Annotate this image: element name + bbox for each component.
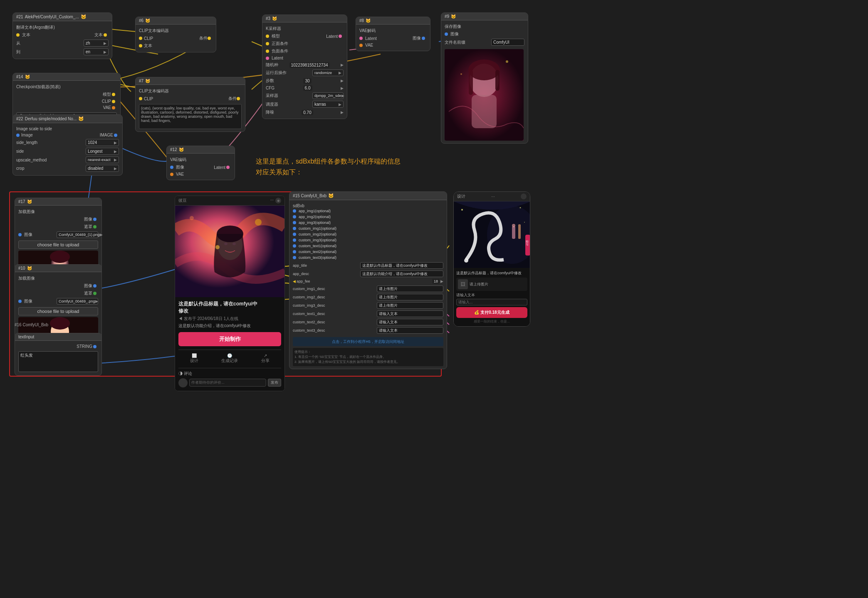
sampler-dropdown[interactable]: dpmpp_2m_sde ▶: [312, 92, 344, 99]
node-14-header: #14 🐱: [13, 73, 120, 81]
svg-rect-5: [495, 70, 500, 91]
svg-point-7: [460, 73, 462, 75]
image-10-dropdown[interactable]: ComfyUI_00469_.png ▶: [57, 298, 98, 305]
h5-link-btn[interactable]: 点击，工作到小程序H5，开启取访问同地址: [293, 337, 443, 346]
svg-point-22: [255, 219, 262, 226]
node-17-header: #17 🐱: [15, 198, 101, 206]
mobile-note: 感受一段的结束，但是...: [456, 319, 527, 324]
svg-point-6: [506, 60, 508, 63]
upload-btn-10[interactable]: choose file to upload: [18, 307, 98, 315]
custom-text1-desc-input[interactable]: [377, 310, 443, 317]
comment-avatar: [178, 378, 188, 387]
svg-rect-31: [518, 224, 521, 239]
app-title-input[interactable]: [360, 262, 443, 269]
node-6: #6 🐱 CLIP文本编码器 CLIP 条件 文本: [135, 17, 216, 52]
custom-img3-desc-input[interactable]: [377, 302, 443, 309]
after-gen-dropdown[interactable]: randomize ▶: [312, 69, 344, 76]
node-21-header: #21 AlekPet/ComfyUI_Custom_... 🐱: [13, 13, 112, 21]
node-7: #7 🐱 CLIP文本编码器 CLIP 条件 (cats), (worst qu…: [135, 77, 245, 132]
textinput-header: textInput: [15, 333, 101, 341]
node-15: #15 ComfyUI_Bxb 🐱 sdBxb app_img1(optiona…: [289, 191, 447, 369]
svg-point-29: [524, 222, 525, 223]
svg-point-32: [512, 224, 515, 227]
start-btn[interactable]: 开始制作: [178, 332, 281, 346]
svg-point-14: [50, 317, 70, 330]
mobile-text-input[interactable]: [456, 299, 527, 305]
svg-point-27: [461, 209, 463, 211]
node-21-text-field: 文本 文本: [16, 31, 109, 39]
node-22: #22 Derfuu simple/modded No... 🐱 Image s…: [12, 114, 123, 176]
node-22-header: #22 Derfuu simple/modded No... 🐱: [13, 115, 122, 123]
port-text-out: [104, 33, 107, 37]
node-21-id: #21: [16, 15, 23, 19]
node-12-header: #12 🐱: [167, 146, 235, 154]
node-14-id: #14: [16, 74, 23, 79]
save-image-preview: [445, 49, 524, 141]
node-21-body: 翻译文本(Argos翻译) 文本 文本 从 zh ▶ 到 en ▶: [13, 21, 112, 59]
port-vae-out: [112, 106, 115, 109]
custom-img2-desc-input[interactable]: [377, 294, 443, 300]
pay-btn[interactable]: 💰 支付0.18元生成: [456, 307, 527, 318]
svg-point-20: [232, 243, 236, 245]
node-3: #3 🐱 K采样器 模型 Latent 正面条件 负面条件: [262, 15, 347, 119]
comment-section: ◑ 评论 作者期待你的评价... 发布: [178, 368, 281, 387]
textinput-textarea[interactable]: 红头发: [18, 351, 98, 372]
node-9: #9 🐱 保存图像 图像 文件名前缀: [441, 12, 528, 144]
svg-point-28: [520, 207, 521, 208]
reply-btn[interactable]: 发布: [268, 379, 281, 387]
svg-rect-30: [512, 226, 515, 239]
svg-point-19: [224, 243, 228, 245]
node-15-header: #15 ComfyUI_Bxb 🐱: [289, 192, 447, 200]
svg-rect-4: [469, 70, 473, 95]
tab-share[interactable]: ↗ 分享: [261, 353, 270, 364]
crop-dropdown[interactable]: disabled ▶: [86, 165, 119, 172]
negative-prompt-text[interactable]: (cats), (worst quality, low quality, cai…: [139, 104, 242, 129]
svg-point-23: [190, 216, 194, 220]
side-dropdown[interactable]: Longest ▶: [86, 148, 119, 155]
node-15-notes: 使用提示： 1. 有且仅一个的 'SD宝宝宝宝' 节点，就好在一个流水作品身。 …: [293, 348, 443, 366]
comment-input[interactable]: 作者期待你的评价...: [189, 379, 266, 387]
node-3-header: #3 🐱: [262, 15, 347, 22]
filename-prefix-input[interactable]: [491, 39, 524, 46]
mobile-tab-design: 设计: [457, 194, 465, 199]
upload-btn-17[interactable]: choose file to upload: [18, 241, 98, 249]
portrait-svg: [445, 49, 524, 141]
svg-point-26: [464, 258, 468, 263]
custom-text3-desc-input[interactable]: [377, 327, 443, 334]
app-card-desc: 这是默认功能介绍，请在comfyui中修改: [178, 323, 281, 329]
mobile-upload-img[interactable]: 🖼 请上传图片: [456, 278, 527, 291]
side-length-dropdown[interactable]: 1024 ▶: [86, 139, 119, 146]
node-12: #12 🐱 VAE编码 图像 Latent VAE: [166, 146, 235, 180]
upscale-dropdown[interactable]: nearest-exact ▶: [86, 156, 119, 163]
scheduler-dropdown[interactable]: karras ▶: [312, 101, 344, 108]
port-clip-out: [112, 100, 115, 103]
image-17-dropdown[interactable]: ComfyUI_00469_(1).png ▶: [57, 231, 98, 238]
port-model-out: [112, 93, 115, 96]
node-16-label: #16 ComfyUI_Bxb: [15, 323, 48, 327]
node-22-body: Image scale to side Image IMAGE side_len…: [13, 123, 122, 175]
app-card-title: 这是默认作品标题，请在comfyui中修改: [178, 300, 281, 315]
svg-text:设计: 设计: [526, 240, 529, 246]
port-image-out: [114, 134, 117, 137]
app-preview-card: 彼豆 ··· ⊕: [175, 196, 285, 391]
app-desc-input[interactable]: [360, 270, 443, 277]
tab-design[interactable]: ⬜ 设计: [190, 353, 198, 364]
app-art-image: [175, 206, 284, 297]
to-dropdown[interactable]: en ▶: [84, 48, 109, 55]
node-8-header: #8 🐱: [356, 17, 430, 25]
tab-history[interactable]: 🕐 生成记录: [221, 353, 238, 364]
custom-text2-desc-input[interactable]: [377, 319, 443, 325]
svg-rect-2: [472, 95, 497, 128]
node-21-title: AlekPet/ComfyUI_Custom_...: [25, 15, 79, 19]
node-7-header: #7 🐱: [136, 77, 245, 85]
svg-point-21: [215, 245, 220, 249]
custom-img1-desc-input[interactable]: [377, 285, 443, 292]
annotation-text: 这里是重点，sdBxb组件各参数与小程序端的信息 对应关系如下：: [256, 156, 401, 177]
svg-point-3: [468, 60, 500, 80]
port-text-in: [16, 33, 20, 37]
node-10-header: #10 🐱: [15, 265, 101, 272]
app-card-meta: ◀ 发布于 2024/06/18日 1人在线: [178, 316, 281, 322]
node-21-subtitle: 翻译文本(Argos翻译): [16, 24, 109, 31]
from-dropdown[interactable]: zh ▶: [84, 40, 109, 47]
node-6-header: #6 🐱: [136, 17, 216, 25]
